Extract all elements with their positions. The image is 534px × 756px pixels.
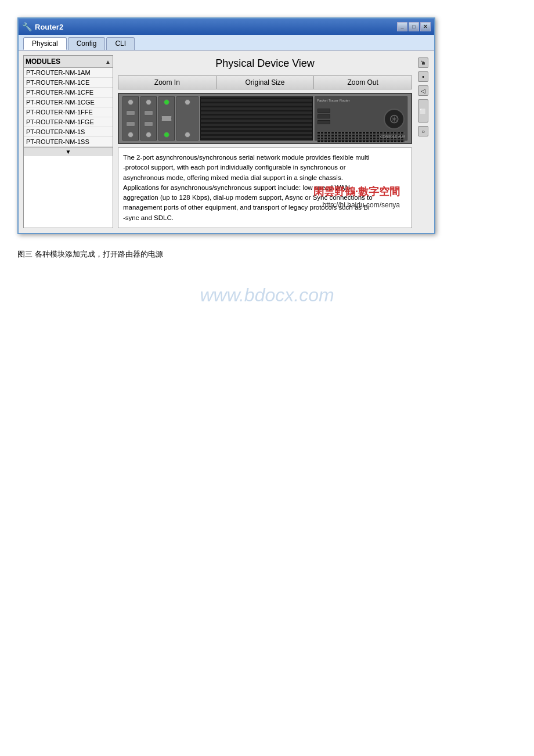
- port-indicator: [146, 99, 151, 105]
- chassis-bottom-label: CONSOLE AUX: [380, 135, 405, 138]
- side-icon-5[interactable]: ○: [418, 126, 428, 136]
- device-view-title: Physical Device View: [118, 55, 412, 72]
- port-indicator: [146, 132, 151, 138]
- port-indicator: [185, 99, 190, 105]
- chassis-slot-1: [122, 96, 139, 141]
- minimize-button[interactable]: _: [397, 22, 407, 31]
- chassis-slot-4: [176, 96, 199, 141]
- module-item[interactable]: PT-ROUTER-NM-1FFE: [24, 107, 113, 117]
- tab-cli[interactable]: CLI: [106, 37, 135, 50]
- original-size-button[interactable]: Original Size: [217, 76, 315, 89]
- zoom-out-button[interactable]: Zoom Out: [314, 76, 412, 89]
- right-port: [317, 120, 330, 124]
- port-rj45: [126, 110, 135, 116]
- module-item[interactable]: PT-ROUTER-NM-1CGE: [24, 98, 113, 107]
- tab-config[interactable]: Config: [68, 37, 106, 50]
- module-item[interactable]: PT-ROUTER-NM-1SS: [24, 137, 113, 147]
- pt-router-label: Packet Tracer Router: [317, 99, 350, 103]
- side-icon-2[interactable]: •: [418, 71, 428, 82]
- close-button[interactable]: ✕: [420, 22, 431, 31]
- modules-header: MODULES ▲: [24, 56, 113, 68]
- empty-slots-area: [200, 96, 313, 141]
- port-rj45: [144, 121, 153, 127]
- zoom-controls: Zoom In Original Size Zoom Out: [118, 75, 412, 89]
- module-item[interactable]: PT-ROUTER-NM-1CE: [24, 78, 113, 88]
- chassis-slot-2: [140, 96, 157, 141]
- port-rj45: [144, 110, 153, 116]
- port-led-green: [164, 132, 169, 138]
- window-title: Router2: [35, 23, 63, 31]
- watermark-chinese: 閑雲野鶴·數字空間: [313, 184, 400, 200]
- port-indicator: [185, 132, 190, 138]
- page-watermark: www.bdocx.com: [200, 285, 334, 306]
- device-panel: Physical Device View Zoom In Original Si…: [118, 55, 412, 228]
- module-item[interactable]: PT-ROUTER-NM-1S: [24, 127, 113, 137]
- port-indicator: [128, 99, 134, 105]
- tab-physical[interactable]: Physical: [23, 37, 67, 50]
- zoom-in-button[interactable]: Zoom In: [118, 76, 217, 89]
- module-item[interactable]: PT-ROUTER-NM-1CFE: [24, 88, 113, 98]
- tab-bar: Physical Config CLI: [19, 35, 434, 51]
- port-serial: [161, 116, 172, 121]
- title-left: 🔧 Router2: [22, 22, 63, 31]
- chassis-slot-3: [158, 96, 175, 141]
- scroll-down-icon[interactable]: ▼: [24, 147, 113, 156]
- right-port: [317, 114, 330, 118]
- maximize-button[interactable]: □: [409, 22, 419, 31]
- modules-panel: MODULES ▲ PT-ROUTER-NM-1AM PT-ROUTER-NM-…: [23, 55, 113, 228]
- modules-title: MODULES: [26, 57, 60, 66]
- chassis-right-side: Packet Tracer Router ⊛: [315, 96, 407, 141]
- right-ports: [317, 109, 330, 124]
- titlebar: 🔧 Router2 _ □ ✕: [19, 19, 434, 35]
- module-item[interactable]: PT-ROUTER-NM-1FGE: [24, 117, 113, 127]
- port-indicator: [128, 132, 134, 138]
- app-icon: 🔧: [22, 22, 31, 31]
- side-icons-panel: 🖱 • ◁ ⬜ ○: [417, 55, 430, 228]
- module-item[interactable]: PT-ROUTER-NM-1AM: [24, 68, 113, 78]
- router2-window: 🔧 Router2 _ □ ✕ Physical Config CLI MODU…: [17, 17, 435, 234]
- side-icon-1[interactable]: 🖱: [418, 57, 428, 68]
- watermark-url: http://hi.baidu.com/senya: [313, 200, 400, 210]
- window-content: MODULES ▲ PT-ROUTER-NM-1AM PT-ROUTER-NM-…: [19, 51, 434, 233]
- fan-icon: ⊛: [384, 109, 405, 129]
- description-area: The 2-port asynchronous/synchronous seri…: [118, 147, 412, 228]
- port-rj45: [126, 121, 135, 127]
- side-icon-4[interactable]: ⬜: [418, 99, 428, 123]
- window-controls: _ □ ✕: [397, 22, 431, 31]
- scroll-up-icon[interactable]: ▲: [105, 59, 111, 65]
- port-led-green: [164, 99, 169, 105]
- right-port: [317, 109, 330, 113]
- page-caption: 图三 各种模块添加完成，打开路由器的电源: [17, 249, 163, 260]
- watermark-overlay: 閑雲野鶴·數字空間 http://hi.baidu.com/senya: [313, 184, 400, 210]
- router-chassis: Packet Tracer Router ⊛: [118, 93, 412, 144]
- modules-list: PT-ROUTER-NM-1AM PT-ROUTER-NM-1CE PT-ROU…: [24, 68, 113, 147]
- side-icon-3[interactable]: ◁: [418, 85, 428, 96]
